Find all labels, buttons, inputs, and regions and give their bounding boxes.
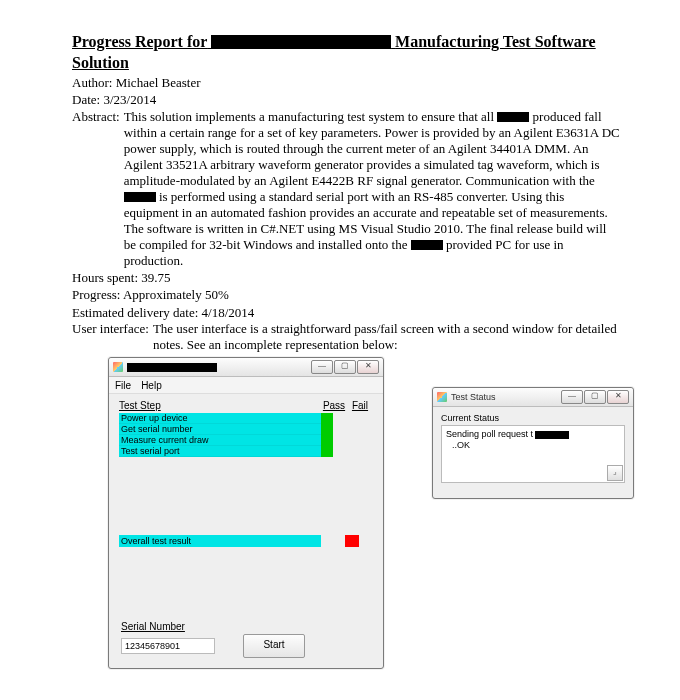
pass-indicator	[321, 446, 333, 457]
redaction	[127, 363, 217, 372]
menu-help[interactable]: Help	[141, 380, 162, 391]
close-button[interactable]: ✕	[357, 360, 379, 374]
abstract: Abstract: This solution implements a man…	[72, 109, 620, 269]
test-row: Get serial number	[119, 424, 373, 435]
test-header: Test Step Pass Fail	[119, 400, 373, 411]
app-icon	[113, 362, 123, 372]
start-button[interactable]: Start	[243, 634, 305, 658]
app-icon	[437, 392, 447, 402]
ui-description: User interface: The user interface is a …	[72, 321, 620, 353]
close-button[interactable]: ✕	[607, 390, 629, 404]
report-title: Progress Report for Manufacturing Test S…	[72, 32, 620, 74]
minimize-button[interactable]: —	[561, 390, 583, 404]
pass-indicator	[321, 435, 333, 446]
title-pre: Progress Report for	[72, 33, 207, 50]
date-line: Date: 3/23/2014	[72, 91, 620, 109]
maximize-button[interactable]: ▢	[584, 390, 606, 404]
test-row: Measure current draw	[119, 435, 373, 446]
fail-indicator	[345, 535, 359, 547]
serial-label: Serial Number	[121, 621, 371, 632]
status-window: Test Status — ▢ ✕ Current Status Sending…	[432, 387, 634, 499]
status-label: Current Status	[441, 413, 625, 423]
redaction	[211, 35, 391, 49]
serial-input[interactable]: 12345678901	[121, 638, 215, 654]
main-app-window: — ▢ ✕ File Help Test Step Pass Fail Powe…	[108, 357, 384, 669]
window-title: Test Status	[451, 392, 557, 402]
redaction	[497, 112, 529, 122]
overall-result: Overall test result	[119, 535, 373, 547]
maximize-button[interactable]: ▢	[334, 360, 356, 374]
delivery-line: Estimated delivery date: 4/18/2014	[72, 304, 620, 322]
redaction	[411, 240, 443, 250]
titlebar[interactable]: — ▢ ✕	[109, 358, 383, 377]
author-line: Author: Michael Beaster	[72, 74, 620, 92]
test-row: Power up device	[119, 413, 373, 424]
redaction	[535, 431, 569, 439]
minimize-button[interactable]: —	[311, 360, 333, 374]
status-text: Sending poll request t ..OK ⌟	[441, 425, 625, 483]
scroll-corner[interactable]: ⌟	[607, 465, 623, 481]
pass-indicator	[321, 424, 333, 435]
menu-bar: File Help	[109, 377, 383, 394]
redaction	[124, 192, 156, 202]
titlebar[interactable]: Test Status — ▢ ✕	[433, 388, 633, 407]
progress-line: Progress: Approximately 50%	[72, 286, 620, 304]
pass-indicator	[321, 413, 333, 424]
test-row: Test serial port	[119, 446, 373, 457]
hours-line: Hours spent: 39.75	[72, 269, 620, 287]
menu-file[interactable]: File	[115, 380, 131, 391]
